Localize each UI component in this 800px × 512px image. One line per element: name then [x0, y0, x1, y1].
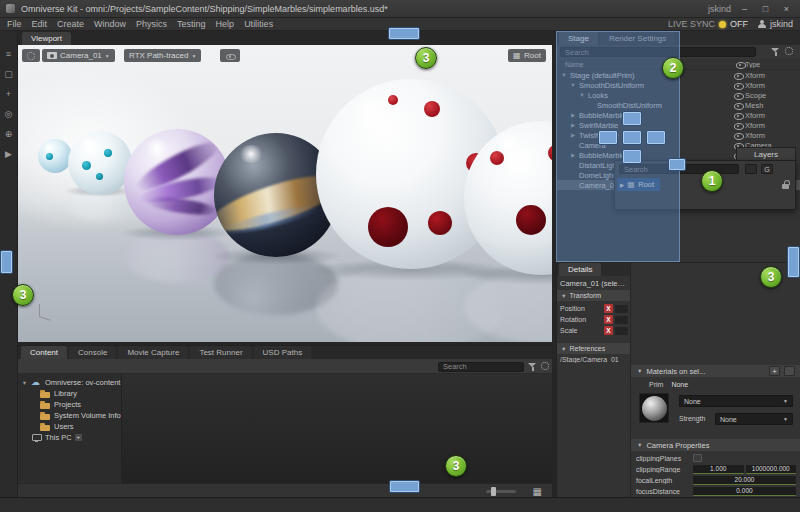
camera-properties-header[interactable]: ▼ Camera Properties [631, 439, 800, 451]
viewport-tool-icon[interactable]: ⊕ [2, 128, 16, 140]
marble-dot [82, 161, 91, 170]
property-row-focus-distance: focusDistance 0.000 [631, 486, 800, 496]
root-button[interactable]: Root [508, 49, 546, 62]
value-field[interactable]: 1.000 [693, 465, 744, 474]
axis-x-badge[interactable]: X [604, 315, 613, 324]
renderer-selector[interactable]: RTX Path-traced ▼ [124, 49, 201, 62]
materials-section-header[interactable]: ▼ Materials on sel... + [631, 365, 800, 377]
visibility-eye-icon[interactable] [733, 101, 743, 110]
axis-x-badge[interactable]: X [604, 304, 613, 313]
visibility-menu-button[interactable] [220, 49, 240, 62]
visibility-eye-icon[interactable] [733, 111, 743, 120]
strength-dropdown[interactable]: None ▼ [715, 413, 793, 425]
content-tree-item[interactable]: Projects [18, 399, 121, 410]
dock-target-cross-up[interactable] [622, 111, 642, 126]
user-chip[interactable]: jskind [758, 19, 793, 29]
menu-item[interactable]: Testing [177, 19, 206, 29]
material-dropdown-value: None [684, 398, 701, 405]
dock-target-cross-down[interactable] [622, 149, 642, 164]
viewport-tool-icon[interactable]: ▢ [2, 68, 16, 80]
dock-target-layers[interactable] [668, 158, 686, 171]
add-connection-badge[interactable]: + [75, 434, 82, 441]
content-panel-tab[interactable]: USD Paths [254, 346, 312, 359]
live-sync-indicator[interactable]: LIVE SYNC OFF [668, 19, 748, 29]
transform-section-header[interactable]: ▼ Transform [557, 290, 630, 301]
live-sync-label: LIVE SYNC [668, 19, 715, 29]
dock-target-right-edge[interactable] [787, 246, 800, 278]
dock-target-bottom-edge[interactable] [389, 480, 420, 493]
camera-selector[interactable]: Camera_01 ▼ [42, 49, 115, 62]
content-panel-tab[interactable]: Content [21, 346, 67, 359]
dock-target-left-edge[interactable] [0, 250, 13, 274]
menu-item[interactable]: Window [94, 19, 126, 29]
visibility-eye-icon[interactable] [733, 91, 743, 100]
content-tree-item[interactable]: This PC + [18, 432, 121, 443]
content-panel-tab[interactable]: Console [69, 346, 116, 359]
viewport-tool-icon[interactable]: ≡ [2, 48, 16, 60]
menu-item[interactable]: Edit [32, 19, 48, 29]
content-panel-tab[interactable]: Movie Capture [118, 346, 188, 359]
renderer-selector-label: RTX Path-traced [129, 51, 188, 60]
close-button[interactable]: × [779, 4, 794, 14]
visibility-eye-icon[interactable] [733, 131, 743, 140]
value-field[interactable] [615, 327, 628, 335]
layers-g-button[interactable]: G [761, 164, 773, 174]
filter-icon[interactable] [771, 47, 780, 56]
tab-viewport[interactable]: Viewport [22, 32, 71, 45]
dock-target-cross-center[interactable] [622, 130, 642, 145]
callout-3-top: 3 [415, 47, 437, 69]
content-tree-item[interactable]: ▼ Omniverse: ov-content:3009 [18, 377, 121, 388]
value-field[interactable]: 20.000 [693, 476, 796, 485]
content-search-input[interactable] [438, 362, 524, 372]
viewport-tool-icon[interactable]: ◎ [2, 108, 16, 120]
references-section-header[interactable]: ▼ References [557, 343, 630, 354]
tab-details[interactable]: Details [559, 263, 601, 276]
gear-icon[interactable] [785, 47, 793, 55]
viewport-tool-icon[interactable]: ▶ [2, 148, 16, 160]
array-widget-icon[interactable] [693, 454, 702, 462]
tree-item-icon [31, 433, 42, 443]
material-options-button[interactable] [784, 366, 795, 376]
visibility-eye-icon[interactable] [733, 121, 743, 130]
value-field[interactable]: 1000000.000 [746, 465, 797, 474]
add-material-button[interactable]: + [769, 366, 780, 376]
menu-item[interactable]: Create [57, 19, 84, 29]
filter-icon[interactable] [528, 362, 537, 371]
callout-1-dock: 1 [701, 170, 723, 192]
viewport-tool-icon[interactable]: + [2, 88, 16, 100]
content-panel-tab[interactable]: Test Runner [190, 346, 251, 359]
menu-item[interactable]: File [7, 19, 22, 29]
material-dropdown[interactable]: None ▼ [679, 395, 793, 407]
callout-2-panel: 2 [662, 57, 684, 79]
layers-filter-button[interactable] [745, 164, 757, 174]
viewport-settings-button[interactable] [22, 49, 40, 62]
content-tree-item[interactable]: Users [18, 421, 121, 432]
tab-layers[interactable]: Layers [736, 147, 796, 160]
value-field[interactable]: 0.000 [693, 487, 796, 496]
titlebar-user: jskind [708, 4, 731, 14]
value-field[interactable] [615, 305, 628, 313]
type-column-header[interactable]: Type [745, 61, 797, 68]
viewport-canvas[interactable]: Camera_01 ▼ RTX Path-traced ▼ Root [18, 45, 552, 342]
content-files-area[interactable] [122, 374, 552, 483]
grid-view-icon[interactable]: ▦ [533, 486, 542, 497]
menu-item[interactable]: Help [216, 19, 235, 29]
slider-thumb[interactable] [491, 487, 496, 496]
axis-x-badge[interactable]: X [604, 326, 613, 335]
marble-dot [516, 205, 546, 235]
visibility-eye-icon[interactable] [733, 81, 743, 90]
visibility-eye-icon[interactable] [733, 71, 743, 80]
minimize-button[interactable]: – [737, 4, 752, 14]
expander-icon[interactable]: ▼ [21, 380, 28, 386]
content-tree-item[interactable]: Library [18, 388, 121, 399]
value-field[interactable] [615, 316, 628, 324]
dock-target-cross-right[interactable] [646, 130, 666, 145]
dock-target-top[interactable] [388, 27, 420, 40]
gear-icon[interactable] [541, 362, 549, 370]
maximize-button[interactable]: □ [758, 4, 773, 14]
lock-icon[interactable] [782, 180, 789, 189]
menu-item[interactable]: Utilities [244, 19, 273, 29]
content-tree-item[interactable]: System Volume Information [18, 410, 121, 421]
dock-target-cross-left[interactable] [598, 130, 618, 145]
menu-item[interactable]: Physics [136, 19, 167, 29]
